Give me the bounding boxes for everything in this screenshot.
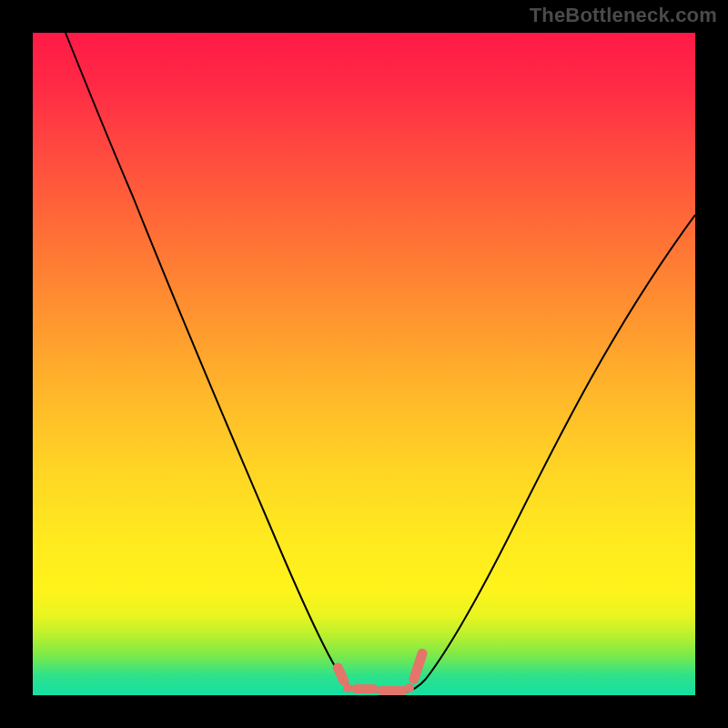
marker-dot-left (343, 683, 352, 693)
marker-floor-2 (377, 686, 408, 695)
marker-floor-1 (351, 684, 379, 693)
chart-frame: TheBottleneck.com (0, 0, 728, 728)
plot-area (33, 33, 695, 695)
watermark-text: TheBottleneck.com (530, 4, 717, 27)
curve-layer (33, 33, 695, 695)
marker-left (331, 662, 350, 687)
marker-dot-right (405, 683, 414, 693)
bottleneck-curve (66, 33, 695, 692)
valley-markers (331, 647, 429, 695)
